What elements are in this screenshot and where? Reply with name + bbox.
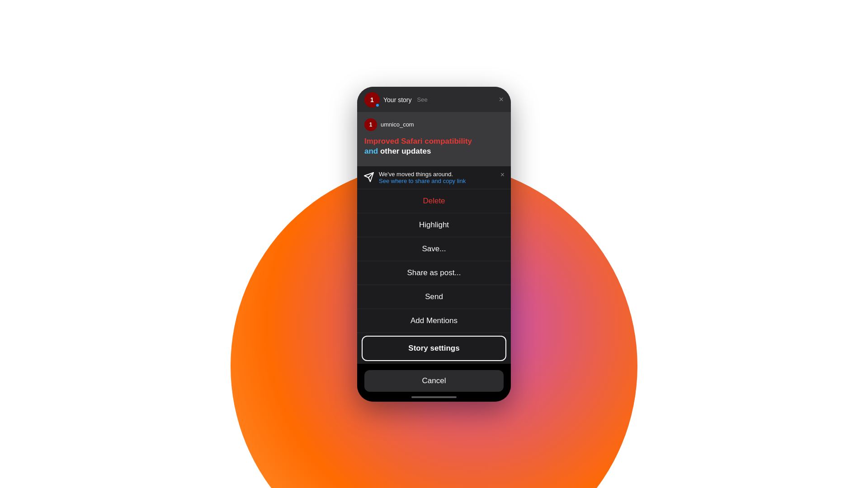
info-close-button[interactable]: ×	[500, 171, 505, 179]
user-avatar: 1	[364, 118, 377, 131]
avatar: 1	[364, 92, 380, 108]
story-settings-button[interactable]: Story settings	[362, 336, 506, 361]
action-sheet: Delete Highlight Save... Share as post..…	[357, 189, 511, 361]
send-label: Send	[425, 292, 443, 301]
add-mentions-button[interactable]: Add Mentions	[357, 309, 511, 333]
story-title: Your story	[383, 96, 412, 103]
send-icon	[363, 172, 374, 183]
share-as-post-button[interactable]: Share as post...	[357, 261, 511, 285]
home-indicator	[357, 396, 511, 402]
info-link[interactable]: See where to share and copy link	[379, 178, 496, 184]
info-title: We've moved things around.	[379, 171, 496, 178]
save-label: Save...	[422, 244, 446, 253]
delete-button[interactable]: Delete	[357, 189, 511, 213]
info-text: We've moved things around. See where to …	[379, 171, 496, 184]
highlight-button[interactable]: Highlight	[357, 213, 511, 237]
story-see-link[interactable]: See	[417, 96, 428, 103]
user-row: 1 umnico_com	[364, 118, 504, 131]
send-button[interactable]: Send	[357, 285, 511, 309]
delete-label: Delete	[423, 197, 445, 205]
cancel-area: Cancel	[357, 364, 511, 396]
story-headline-blue: and	[364, 147, 378, 155]
user-avatar-letter: 1	[369, 122, 373, 128]
notification-dot	[375, 103, 380, 108]
story-headline-white: other updates	[380, 147, 431, 155]
info-banner: We've moved things around. See where to …	[357, 166, 511, 189]
avatar-letter: 1	[370, 96, 374, 103]
phone-wrapper: 1 Your story See × 1 umnico_com Improved…	[357, 87, 511, 402]
story-text: Improved Safari compatibility and other …	[364, 136, 504, 156]
save-button[interactable]: Save...	[357, 237, 511, 261]
add-mentions-label: Add Mentions	[410, 316, 458, 325]
story-content: 1 umnico_com Improved Safari compatibili…	[357, 112, 511, 166]
cancel-button[interactable]: Cancel	[364, 370, 504, 392]
story-header: 1 Your story See ×	[357, 87, 511, 112]
story-header-left: 1 Your story See	[364, 92, 428, 108]
story-close-button[interactable]: ×	[499, 95, 504, 104]
phone: 1 Your story See × 1 umnico_com Improved…	[357, 87, 511, 402]
home-bar	[411, 396, 457, 398]
username: umnico_com	[381, 121, 414, 128]
story-settings-label: Story settings	[408, 344, 459, 352]
share-as-post-label: Share as post...	[407, 268, 461, 277]
highlight-label: Highlight	[419, 221, 449, 229]
story-headline-red: Improved Safari compatibility	[364, 137, 472, 145]
